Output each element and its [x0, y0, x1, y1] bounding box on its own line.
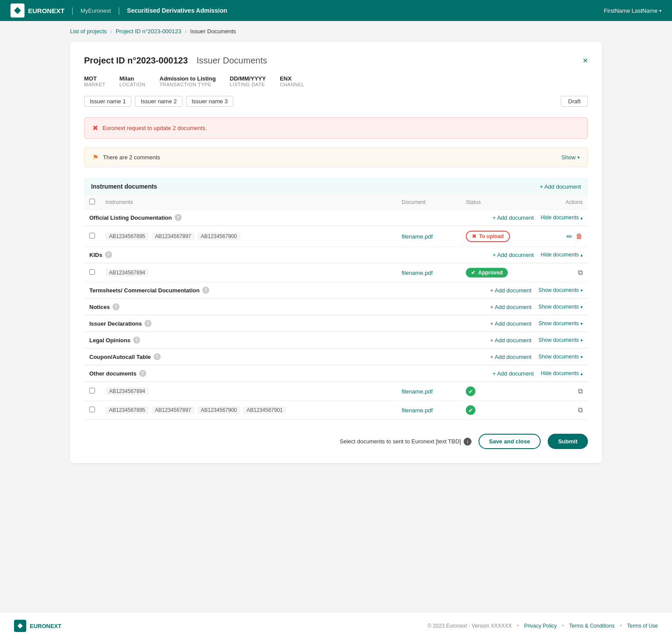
draft-badge: Draft — [561, 96, 588, 107]
issuer-tag-2[interactable]: Issuer name 2 — [135, 96, 182, 107]
add-doc-issuer-decl[interactable]: + Add document — [490, 320, 531, 327]
table-header-row: Instruments Document Status Actions — [84, 195, 588, 210]
logo-text: EURONEXT — [28, 7, 64, 14]
meta-location-value: Milan — [120, 75, 145, 82]
help-icon-issuer-decl[interactable]: ? — [144, 320, 151, 327]
chevron-down-icon: ▾ — [577, 155, 580, 160]
filename-link[interactable]: filename.pdf — [401, 270, 433, 276]
help-icon-kids[interactable]: ? — [105, 251, 112, 258]
issuer-tag-1[interactable]: Issuer name 1 — [84, 96, 131, 107]
user-menu[interactable]: FirstName LastName ▾ — [604, 7, 661, 14]
add-document-top-link[interactable]: + Add document — [540, 183, 581, 190]
row-checkbox[interactable] — [89, 233, 95, 239]
breadcrumb-project[interactable]: Project ID n°2023-000123 — [116, 28, 181, 35]
add-doc-legal[interactable]: + Add document — [490, 337, 531, 344]
show-docs-notices[interactable]: Show documents ▾ — [538, 304, 583, 310]
meta-listing-label: Listing date — [230, 82, 266, 87]
add-doc-termsheets[interactable]: + Add document — [490, 287, 531, 294]
show-docs-coupon[interactable]: Show documents ▾ — [538, 354, 583, 360]
add-doc-other[interactable]: + Add document — [493, 370, 534, 377]
footer-links: © 2023 Euronext - Version XXXXXX • Priva… — [428, 623, 658, 629]
instrument-tag: AB1234567900 — [197, 232, 241, 240]
logo[interactable]: EURONEXT — [11, 4, 64, 18]
show-docs-legal[interactable]: Show documents ▾ — [538, 337, 583, 343]
info-icon[interactable]: i — [464, 438, 471, 446]
alert-box: ✖ Euronext request to update 2 documents… — [84, 117, 588, 139]
kids-section-actions: + Add document Hide documents ▴ — [493, 252, 583, 258]
termsheets-section-name: Termsheets/ Commercial Documentation ? — [89, 287, 209, 294]
section-row-official: Official Listing Documentation ? + Add d… — [84, 210, 588, 226]
show-docs-termsheets[interactable]: Show documents ▾ — [538, 287, 583, 293]
breadcrumb-sep1: › — [110, 28, 112, 35]
card-title-group: Project ID n°2023-000123 Issuer Document… — [84, 56, 267, 66]
hide-docs-kids[interactable]: Hide documents ▴ — [541, 252, 583, 258]
select-all-checkbox[interactable] — [89, 199, 95, 204]
section-row-coupon: Coupon/Autocall Table ? + Add document S… — [84, 349, 588, 365]
table-row: AB1234567895 AB1234567897 AB1234567900 f… — [84, 226, 588, 247]
help-icon-other[interactable]: ? — [139, 370, 146, 377]
row-instruments-col: AB1234567894 — [100, 382, 396, 401]
section-row-other: Other documents ? + Add document Hide do… — [84, 365, 588, 382]
breadcrumb-list[interactable]: List of projects — [70, 28, 107, 35]
row-document-col: filename.pdf — [396, 226, 461, 247]
help-icon-legal[interactable]: ? — [133, 337, 140, 344]
hide-docs-other[interactable]: Hide documents ▴ — [541, 370, 583, 376]
add-doc-coupon[interactable]: + Add document — [490, 354, 531, 360]
instruments-list: AB1234567895 AB1234567897 AB1234567900 A… — [106, 406, 391, 414]
edit-button[interactable]: ✏ — [566, 232, 572, 241]
row-actions-col: ⧉ — [545, 401, 588, 420]
terms-use-link[interactable]: Terms of Use — [627, 623, 658, 629]
save-close-button[interactable]: Save and close — [478, 434, 541, 449]
app-name: Securitised Derivatives Admission — [127, 7, 227, 14]
help-icon-official[interactable]: ? — [175, 214, 182, 221]
copy-button[interactable]: ⧉ — [578, 406, 583, 414]
help-icon-termsheets[interactable]: ? — [202, 287, 209, 294]
row-checkbox[interactable] — [89, 407, 95, 412]
my-euronext-link[interactable]: MyEuronext — [81, 7, 111, 14]
row-instruments-col: AB1234567895 AB1234567897 AB1234567900 — [100, 226, 396, 247]
sub-section-official: Official Listing Documentation ? + Add d… — [84, 210, 588, 226]
help-icon-coupon[interactable]: ? — [154, 353, 161, 360]
sub-section-kids: KIDs ? + Add document Hide documents ▴ — [84, 247, 588, 263]
bottom-actions: Select documents to sent to Euronext [te… — [84, 434, 588, 449]
add-doc-kids[interactable]: + Add document — [493, 252, 534, 258]
show-docs-issuer-decl[interactable]: Show documents ▾ — [538, 320, 583, 327]
filename-link[interactable]: filename.pdf — [401, 388, 433, 395]
issuer-decl-section-actions: + Add document Show documents ▾ — [490, 320, 583, 327]
status-badge-upload: ✖ To upload — [466, 231, 510, 242]
table-row: AB1234567895 AB1234567897 AB1234567900 A… — [84, 401, 588, 420]
row-checkbox[interactable] — [89, 269, 95, 275]
copy-button[interactable]: ⧉ — [578, 387, 583, 395]
issuer-tag-3[interactable]: Issuer name 3 — [186, 96, 233, 107]
filename-link[interactable]: filename.pdf — [401, 233, 433, 240]
nav-divider: | — [71, 6, 74, 15]
section-row-notices: Notices ? + Add document Show documents … — [84, 299, 588, 316]
submit-button[interactable]: Submit — [548, 434, 588, 449]
status-badge-check: ✔ — [466, 405, 475, 415]
delete-button[interactable]: 🗑 — [576, 232, 583, 240]
meta-market-label: Market — [84, 82, 106, 87]
hide-docs-official[interactable]: Hide documents ▴ — [541, 214, 583, 221]
breadcrumb-sep2: › — [185, 28, 186, 35]
terms-conditions-link[interactable]: Terms & Conditions — [569, 623, 615, 629]
meta-transaction-label: Transaction type — [159, 82, 216, 87]
nav-divider2: | — [118, 6, 120, 15]
add-doc-official[interactable]: + Add document — [493, 214, 534, 221]
add-doc-notices[interactable]: + Add document — [490, 304, 531, 310]
instruments-list: AB1234567895 AB1234567897 AB1234567900 — [106, 232, 391, 240]
table-row: AB1234567894 filename.pdf ✔ ⧉ — [84, 382, 588, 401]
close-button[interactable]: × — [583, 56, 588, 66]
documents-table: Instruments Document Status Actions Offi… — [84, 195, 588, 420]
filename-link[interactable]: filename.pdf — [401, 407, 433, 414]
other-section-name: Other documents ? — [89, 370, 146, 377]
show-comments-link[interactable]: Show ▾ — [561, 154, 580, 161]
kids-section-name: KIDs ? — [89, 251, 112, 258]
help-icon-notices[interactable]: ? — [113, 303, 120, 310]
notices-section-name: Notices ? — [89, 303, 120, 310]
row-actions: ⧉ — [550, 269, 583, 277]
instrument-tag: AB1234567895 — [106, 232, 149, 240]
privacy-policy-link[interactable]: Privacy Policy — [524, 623, 557, 629]
issuer-tags: Issuer name 1 Issuer name 2 Issuer name … — [84, 96, 233, 107]
row-checkbox[interactable] — [89, 388, 95, 393]
copy-button[interactable]: ⧉ — [578, 269, 583, 277]
